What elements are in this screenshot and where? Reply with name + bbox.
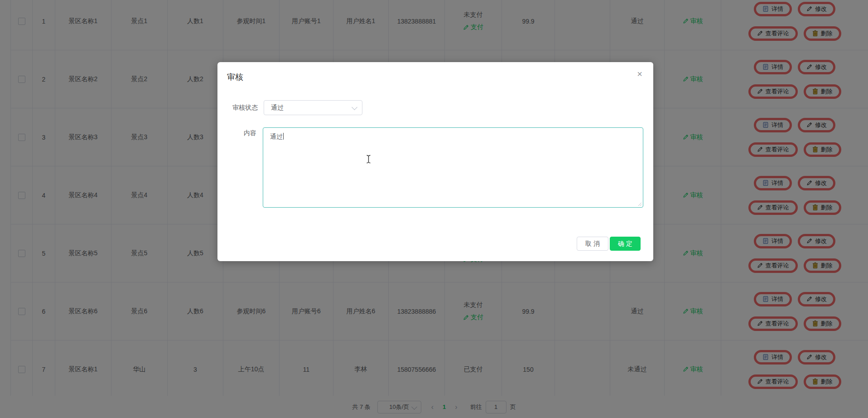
close-icon: ×: [637, 69, 642, 79]
confirm-button[interactable]: 确 定: [610, 237, 641, 251]
app-root: 1景区名称1景点1人数1参观时间1用户账号1用户姓名113823888881未支…: [0, 0, 868, 418]
cancel-button[interactable]: 取 消: [577, 237, 608, 251]
audit-status-select[interactable]: 通过: [264, 100, 362, 115]
close-button[interactable]: ×: [634, 68, 645, 80]
chevron-down-icon: [352, 104, 357, 110]
audit-dialog: 审核 × 审核状态 通过 内容 通过 取 消 确 定: [217, 62, 653, 261]
dialog-title: 审核: [227, 72, 243, 83]
content-label: 内容: [244, 129, 256, 137]
resize-handle-icon[interactable]: [637, 201, 642, 206]
text-caret: [283, 133, 284, 140]
content-textarea[interactable]: 通过: [263, 127, 643, 208]
content-text: 通过: [270, 133, 283, 140]
status-label: 审核状态: [232, 104, 258, 112]
audit-status-value: 通过: [264, 104, 284, 112]
